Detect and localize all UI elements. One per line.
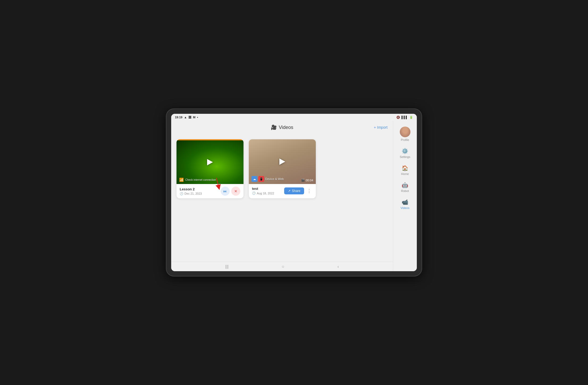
sidebar-item-home[interactable]: 🏠 Home (393, 162, 417, 179)
video-title-lesson2: Lesson 2 (180, 187, 202, 191)
thumbnail-test[interactable]: ☁ 📱 Device & Web 🎬 00:04 (249, 139, 316, 184)
signal-icon: ▌▌▌ (402, 116, 408, 119)
video-info-lesson2: Lesson 2 🕐 Dec 21, 2023 ⏭ ✕ (177, 184, 243, 198)
video-info-test: test 🕐 Aug 18, 2022 ↗ Share (249, 184, 316, 198)
share-icon: ↗ (288, 189, 291, 193)
close-button-lesson2[interactable]: ✕ (231, 187, 240, 196)
tablet-screen: 19:19 ▲ 🖼 M • 🔇 ▌▌▌ 🔋 🎥 Videos (171, 114, 417, 271)
avatar-image (400, 127, 410, 137)
mail-icon: M (193, 116, 195, 119)
home-button[interactable]: ○ (282, 264, 284, 269)
wifi-off-icon: 📶 (179, 178, 184, 182)
import-button[interactable]: + Import (374, 125, 388, 129)
sidebar-item-robot[interactable]: 🤖 Robot (393, 179, 417, 196)
sidebar-item-settings[interactable]: ⚙️ Settings (393, 145, 417, 162)
play-triangle-test (279, 158, 285, 165)
sidebar-label-robot: Robot (401, 189, 409, 192)
play-triangle (207, 159, 213, 165)
header: 🎥 Videos + Import (171, 121, 393, 134)
videos-camera-icon: 🎥 (271, 124, 277, 130)
clock-icon: 🕐 (180, 192, 183, 195)
video-title-test: test (252, 187, 274, 191)
bottom-nav: ||| ○ ‹ (171, 262, 393, 271)
sidebar-item-profile[interactable]: Profile (393, 123, 417, 145)
play-next-button[interactable]: ⏭ (221, 187, 230, 196)
camera-icon-small: 🎬 (301, 178, 305, 182)
video-meta-lesson2: Lesson 2 🕐 Dec 21, 2023 (180, 187, 202, 195)
dot-icon: • (197, 116, 198, 119)
content-area: 🎥 Videos + Import 📶 (171, 121, 393, 271)
cloud-icon: ☁ (251, 176, 257, 182)
video-actions-lesson2: ⏭ ✕ (221, 187, 240, 196)
battery-icon: 🔋 (409, 116, 413, 119)
play-icon-test (277, 156, 288, 167)
header-title: 🎥 Videos (271, 124, 293, 130)
thumbnail-lesson2[interactable]: 📶 Check internet connection (177, 139, 243, 184)
video-grid: 📶 Check internet connection Lesson 2 🕐 D… (171, 134, 393, 262)
status-right: 🔇 ▌▌▌ 🔋 (396, 116, 413, 119)
video-actions-test: ↗ Share ⋮ (284, 187, 313, 195)
duration-badge: 🎬 00:04 (301, 178, 313, 182)
duration-text: 00:04 (306, 179, 313, 182)
videos-icon: 📹 (402, 199, 408, 205)
video-card-lesson2: 📶 Check internet connection Lesson 2 🕐 D… (177, 139, 243, 198)
source-badge: ☁ 📱 Device & Web (251, 176, 284, 182)
video-card-test: ☁ 📱 Device & Web 🎬 00:04 test (249, 139, 316, 198)
avatar (400, 127, 410, 137)
more-options-button[interactable]: ⋮ (306, 187, 313, 195)
video-date-lesson2: 🕐 Dec 21, 2023 (180, 192, 202, 195)
wifi-error-overlay: 📶 Check internet connection (179, 178, 216, 182)
device-icon: 📱 (258, 176, 264, 182)
sidebar-item-videos[interactable]: 📹 Videos (393, 196, 417, 213)
sidebar: Profile ⚙️ Settings 🏠 Home 🤖 Robot (393, 121, 417, 271)
tablet-frame: 19:19 ▲ 🖼 M • 🔇 ▌▌▌ 🔋 🎥 Videos (166, 109, 422, 276)
video-date-test: 🕐 Aug 18, 2022 (252, 191, 274, 195)
back-button[interactable]: ‹ (337, 264, 339, 269)
play-icon-lesson2 (205, 157, 215, 168)
status-left: 19:19 ▲ 🖼 M • (175, 116, 198, 119)
time-display: 19:19 (175, 116, 182, 119)
clock-icon-test: 🕐 (252, 191, 256, 195)
page-title: Videos (279, 125, 293, 130)
sidebar-label-videos: Videos (401, 206, 409, 210)
share-button[interactable]: ↗ Share (284, 187, 304, 194)
main-layout: 🎥 Videos + Import 📶 (171, 121, 417, 271)
recent-apps-button[interactable]: ||| (225, 264, 228, 269)
sidebar-label-profile: Profile (401, 138, 409, 141)
wifi-error-text: Check internet connection (185, 178, 216, 181)
source-label: Device & Web (265, 177, 284, 181)
status-bar: 19:19 ▲ 🖼 M • 🔇 ▌▌▌ 🔋 (171, 114, 417, 121)
sidebar-label-home: Home (401, 172, 409, 175)
alert-icon: ▲ (184, 116, 187, 119)
robot-icon: 🤖 (402, 182, 408, 188)
mute-icon: 🔇 (396, 116, 400, 119)
home-icon: 🏠 (402, 165, 408, 171)
image-icon: 🖼 (188, 116, 191, 119)
video-meta-test: test 🕐 Aug 18, 2022 (252, 187, 274, 195)
gear-icon: ⚙️ (402, 148, 408, 154)
sidebar-label-settings: Settings (400, 155, 410, 158)
